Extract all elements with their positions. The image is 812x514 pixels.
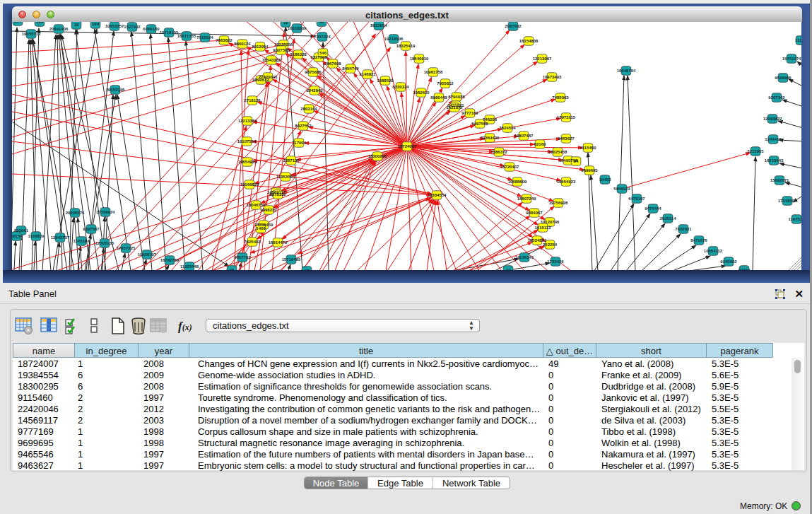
svg-text:10688609: 10688609	[508, 180, 527, 184]
svg-text:15226058: 15226058	[274, 42, 293, 47]
svg-text:12093822: 12093822	[763, 117, 782, 121]
svg-text:10025458: 10025458	[548, 150, 567, 154]
svg-text:1244418: 1244418	[765, 137, 782, 141]
svg-text:18: 18	[74, 23, 79, 27]
svg-text:9227342: 9227342	[768, 95, 785, 100]
svg-text:2867608: 2867608	[324, 62, 341, 66]
svg-text:10654112: 10654112	[704, 249, 723, 253]
svg-text:20691406: 20691406	[49, 27, 69, 31]
svg-text:2935114: 2935114	[659, 216, 676, 221]
svg-text:546: 546	[319, 51, 327, 55]
svg-text:9777169: 9777169	[461, 111, 478, 115]
svg-text:164: 164	[14, 22, 22, 23]
svg-text:86: 86	[319, 22, 324, 24]
svg-text:19: 19	[283, 22, 288, 25]
svg-text:18724007: 18724007	[398, 144, 417, 148]
svg-text:11127: 11127	[795, 38, 801, 42]
svg-text:10961758: 10961758	[424, 70, 443, 74]
svg-text:1615112: 1615112	[534, 226, 551, 230]
svg-text:6479197: 6479197	[628, 197, 645, 201]
svg-text:3267130: 3267130	[283, 158, 300, 163]
svg-text:2718126: 2718126	[244, 98, 261, 103]
svg-text:18325419: 18325419	[396, 44, 416, 48]
svg-text:199: 199	[36, 22, 44, 24]
svg-text:9474444: 9474444	[645, 206, 661, 211]
svg-text:15692071: 15692071	[770, 178, 789, 182]
svg-text:19654923: 19654923	[238, 160, 257, 164]
svg-text:12942757: 12942757	[51, 235, 70, 240]
svg-text:20206576: 20206576	[66, 211, 85, 215]
svg-text:6794028: 6794028	[448, 95, 465, 99]
svg-text:1588520: 1588520	[377, 78, 394, 83]
svg-text:9529966: 9529966	[775, 76, 792, 80]
svg-text:9242845: 9242845	[306, 88, 323, 93]
svg-text:10120746: 10120746	[541, 220, 560, 224]
svg-text:16914479: 16914479	[269, 240, 288, 245]
svg-text:12213369: 12213369	[238, 119, 257, 123]
svg-text:1562615: 1562615	[413, 90, 430, 95]
svg-text:9857791: 9857791	[234, 255, 251, 259]
svg-text:10653257: 10653257	[105, 24, 124, 28]
svg-text:8912954: 8912954	[252, 45, 269, 49]
svg-text:19055712: 19055712	[22, 32, 41, 36]
svg-text:62160: 62160	[534, 142, 546, 146]
svg-text:9699695: 9699695	[581, 168, 598, 173]
svg-text:10107554: 10107554	[237, 139, 257, 144]
svg-text:9327505: 9327505	[273, 48, 290, 52]
svg-text:9245652: 9245652	[720, 259, 737, 264]
svg-text:18640910: 18640910	[410, 57, 429, 61]
svg-text:20364436: 20364436	[481, 136, 500, 140]
svg-text:10973493: 10973493	[543, 75, 562, 79]
svg-text:5958923: 5958923	[613, 187, 630, 191]
svg-text:8220334: 8220334	[392, 85, 409, 89]
svg-text:1145194: 1145194	[73, 239, 90, 243]
svg-text:11353594: 11353594	[276, 175, 295, 179]
svg-text:12213967: 12213967	[533, 57, 552, 61]
svg-text:15751074: 15751074	[782, 57, 801, 61]
svg-text:94: 94	[574, 159, 579, 163]
svg-text:1167533: 1167533	[788, 217, 801, 221]
svg-text:1156829: 1156829	[28, 234, 45, 238]
svg-text:19756928: 19756928	[549, 201, 568, 205]
svg-text:9397587: 9397587	[83, 227, 100, 231]
svg-text:2803144: 2803144	[300, 107, 317, 111]
svg-text:16154808: 16154808	[519, 39, 539, 43]
svg-text:16543382: 16543382	[262, 58, 281, 62]
svg-text:17359924: 17359924	[96, 210, 115, 214]
svg-text:7485063: 7485063	[552, 95, 569, 100]
svg-text:7955812: 7955812	[437, 81, 454, 86]
svg-text:8813054: 8813054	[370, 23, 387, 28]
svg-text:8186328: 8186328	[290, 52, 307, 57]
svg-text:9115460: 9115460	[579, 146, 596, 150]
svg-text:9327508: 9327508	[310, 55, 327, 59]
svg-text:17957225: 17957225	[117, 246, 136, 250]
svg-text:9890612: 9890612	[252, 78, 269, 82]
svg-text:8878332: 8878332	[269, 192, 286, 197]
svg-text:20053346: 20053346	[106, 88, 125, 92]
svg-text:8454749: 8454749	[342, 66, 359, 71]
svg-text:10046756: 10046756	[247, 203, 266, 207]
svg-text:8660124: 8660124	[234, 42, 251, 46]
svg-text:835061: 835061	[14, 228, 29, 233]
svg-text:10958107: 10958107	[138, 252, 157, 257]
svg-text:252254: 252254	[543, 243, 558, 247]
svg-text:15720407: 15720407	[500, 165, 519, 169]
svg-text:16033809: 16033809	[288, 26, 307, 30]
svg-text:16671355: 16671355	[177, 34, 196, 38]
svg-text:104: 104	[92, 22, 100, 26]
svg-text:8471676: 8471676	[690, 238, 707, 243]
svg-text:9146821: 9146821	[359, 72, 376, 76]
svg-text:9498222: 9498222	[260, 208, 277, 212]
svg-text:17016504: 17016504	[778, 199, 797, 203]
svg-text:2087682: 2087682	[505, 24, 522, 28]
svg-text:1527602: 1527602	[124, 25, 141, 29]
svg-text:7357224: 7357224	[314, 35, 331, 39]
svg-text:16648764: 16648764	[617, 69, 636, 73]
svg-text:7515524: 7515524	[196, 35, 213, 40]
svg-text:12505135: 12505135	[95, 241, 114, 245]
svg-text:15716485: 15716485	[282, 257, 301, 262]
svg-text:19166829: 19166829	[240, 182, 259, 187]
svg-text:19384554: 19384554	[428, 193, 447, 197]
svg-text:8427552: 8427552	[295, 124, 312, 128]
svg-text:6466160: 6466160	[143, 27, 160, 31]
